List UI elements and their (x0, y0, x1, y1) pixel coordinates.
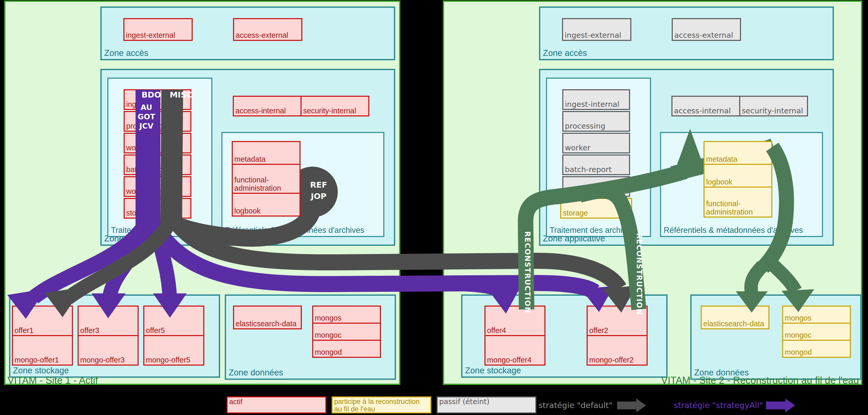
jcv-flow-label: JCV (133, 122, 159, 130)
strategy-default-gray-arrowheads (44, 286, 646, 412)
au-flow-label: AU (133, 103, 159, 112)
strategy-all-purple-arrowheads (7, 286, 795, 412)
jop-flow-label: JOP (306, 191, 332, 201)
got-flow-label: GOT (133, 112, 159, 121)
reconstruction-green-arrowheads (736, 289, 814, 313)
reconstruction-label-offer2: RECONSTRUCTION (632, 232, 644, 317)
misc-flow-label: MISC (168, 90, 194, 99)
reconstruction-label-offer4: RECONSTRUCTION (520, 230, 532, 315)
bdo-flow-label: BDO (138, 90, 164, 99)
vitam-dual-site-diagram: Zone accès Zone applicative Traitement d… (0, 0, 868, 415)
arrows-over-layer (0, 0, 868, 415)
ref-flow-label: REF (306, 180, 332, 189)
